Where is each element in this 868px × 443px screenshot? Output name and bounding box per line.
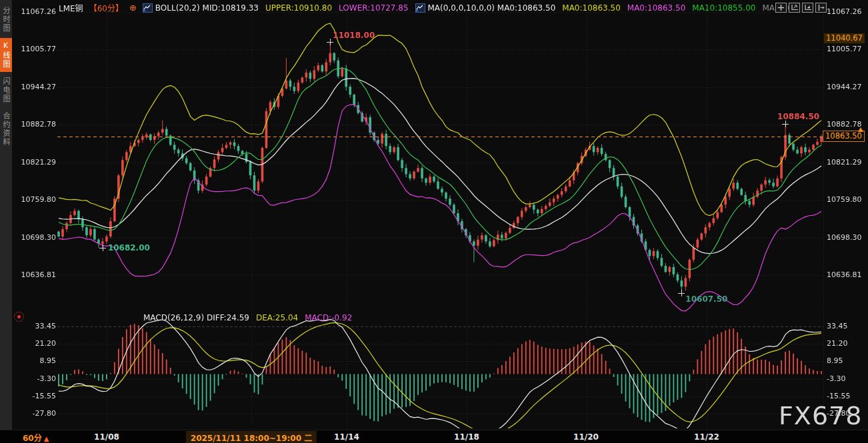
settings-icon[interactable]: ⊕	[129, 3, 137, 12]
sidebar: 分时图K线图闪电图合约资料	[0, 0, 12, 430]
macd-tick-left: -15.55	[15, 392, 56, 400]
price-tick-right: 11067.26	[827, 7, 868, 16]
price-tick-left: 10821.29	[15, 158, 56, 167]
watermark: FX678	[779, 401, 862, 430]
indicator-chart-icon[interactable]	[415, 3, 425, 13]
axis-zoom-button[interactable]	[789, 3, 800, 13]
price-tick-right: 10821.29	[827, 158, 868, 167]
macd-tick-left: -3.30	[15, 374, 56, 383]
price-tick-right: 10944.27	[827, 83, 868, 91]
session-high-label: 11040.67	[824, 33, 865, 43]
price-tick-right: 10698.30	[827, 233, 868, 242]
price-tick-left: 10698.30	[15, 233, 56, 242]
timeframe-selector[interactable]: 60分▲	[23, 432, 49, 443]
pan-right-button[interactable]	[815, 3, 827, 13]
last-price-box: 10863.50	[823, 131, 865, 142]
date-tick-label: 11/08	[94, 432, 119, 442]
macd-tick-right: -3.30	[827, 374, 868, 383]
price-extreme-annotation: 10884.50	[777, 112, 819, 121]
current-bar-time-label: 2025/11/11 18:00~19:00 二	[186, 431, 317, 443]
period-label: 【60分】	[89, 2, 123, 13]
date-tick-label: 11/14	[334, 432, 359, 442]
price-chart-canvas[interactable]	[0, 0, 868, 443]
price-tick-right: 11005.77	[827, 45, 868, 53]
macd-tick-right: -15.55	[827, 392, 868, 400]
sidebar-item-kline[interactable]: K线图	[0, 38, 12, 72]
macd-legend-item: MACD:-0.92	[305, 313, 352, 322]
indicator-legend: BOLL(20,2) MID:10819.33UPPER:10910.80LOW…	[143, 3, 798, 13]
up-triangle-icon: ▲	[44, 435, 49, 442]
macd-tick-left: 8.95	[15, 356, 56, 365]
price-extreme-annotation: 11018.00	[333, 31, 375, 40]
legend-indicator-item: MA10:10855.00	[692, 3, 755, 13]
price-tick-left: 10636.81	[15, 270, 56, 279]
macd-legend: MACD(26,12,9) DIFF:24.59DEA:25.04MACD:-0…	[143, 313, 352, 322]
legend-indicator-text: LOWER:10727.85	[339, 3, 408, 13]
date-tick-label: 11/18	[454, 432, 479, 442]
time-axis-bar: 60分▲ 11/0811/1411/1811/2011/222025/11/11…	[0, 430, 868, 443]
indicator-chart-icon[interactable]	[143, 3, 153, 13]
macd-legend-item: MACD(26,12,9) DIFF:24.59	[143, 313, 249, 322]
legend-indicator-text: UPPER:10910.80	[265, 3, 332, 13]
legend-indicator-item: UPPER:10910.80	[265, 3, 332, 13]
macd-tick-right: 21.20	[827, 339, 868, 348]
trading-app: 分时图K线图闪电图合约资料 LME铜 【60分】 ⊕ BOLL(20,2) MI…	[0, 0, 868, 443]
legend-indicator-item: BOLL(20,2) MID:10819.33	[143, 3, 259, 13]
sidebar-item-lightning[interactable]: 闪电图	[0, 74, 12, 107]
macd-tick-left: 21.20	[15, 339, 56, 348]
price-arrow-icon	[858, 127, 863, 132]
date-tick-label: 11/20	[573, 432, 599, 442]
chart-toolbar	[775, 3, 827, 13]
chart-header-legend: LME铜 【60分】 ⊕ BOLL(20,2) MID:10819.33UPPE…	[59, 2, 798, 13]
axis-scale-button[interactable]	[802, 3, 813, 13]
sidebar-item-timeshare[interactable]: 分时图	[0, 3, 12, 36]
price-tick-left: 10759.80	[15, 195, 56, 204]
price-extreme-annotation: 10682.00	[108, 243, 150, 252]
macd-tick-right: 33.45	[827, 322, 868, 330]
price-extreme-annotation: 10607.50	[685, 294, 727, 304]
legend-indicator-text: MA0:10863.50	[562, 3, 621, 13]
legend-indicator-text: MA0:10863.50	[627, 3, 686, 13]
macd-tick-left: 33.45	[15, 322, 56, 330]
legend-indicator-text: MA10:10855.00	[692, 3, 755, 13]
legend-indicator-item: MA(0,0,0,10,0,0) MA0:10863.50	[415, 3, 556, 13]
legend-indicator-item: MA0:10863.50	[562, 3, 621, 13]
macd-tick-right: 8.95	[827, 356, 868, 365]
price-tick-left: 11067.26	[15, 7, 56, 16]
indicator-target-icon[interactable]	[14, 312, 24, 322]
price-tick-left: 10882.78	[15, 120, 56, 129]
sidebar-item-contract-info[interactable]: 合约资料	[0, 109, 12, 150]
legend-indicator-item: LOWER:10727.85	[339, 3, 408, 13]
date-tick-label: 11/22	[694, 432, 719, 442]
symbol-label: LME铜	[59, 2, 83, 13]
legend-indicator-text: MA(0,0,0,10,0,0) MA0:10863.50	[428, 3, 556, 13]
crosshair-tool-button[interactable]	[775, 3, 787, 13]
price-tick-right: 10636.81	[827, 270, 868, 279]
price-tick-right: 10759.80	[827, 195, 868, 204]
legend-indicator-text: BOLL(20,2) MID:10819.33	[155, 3, 259, 13]
legend-indicator-item: MA0:10863.50	[627, 3, 686, 13]
timeframe-label: 60分	[23, 434, 42, 443]
price-tick-left: 10944.27	[15, 83, 56, 91]
price-tick-left: 11005.77	[15, 45, 56, 53]
macd-legend-item: DEA:25.04	[256, 313, 298, 322]
macd-tick-left: -27.80	[15, 409, 56, 418]
